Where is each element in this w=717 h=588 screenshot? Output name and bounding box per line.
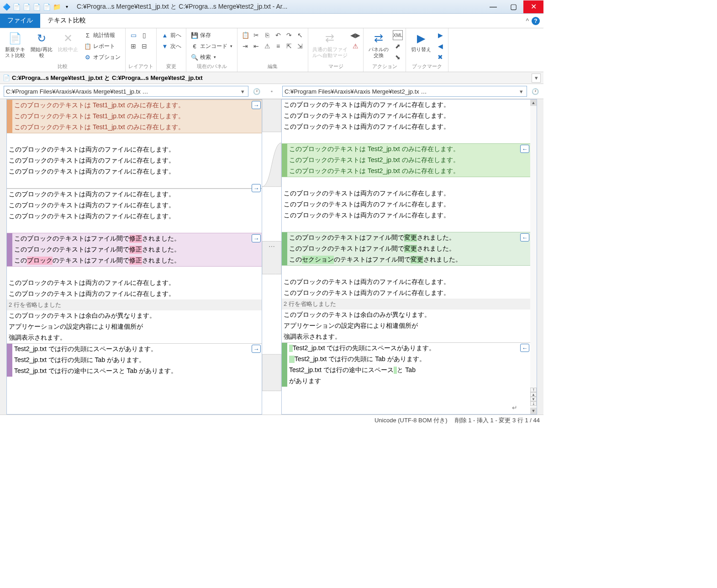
prev-change-button[interactable]: ▲前へ [159, 30, 183, 40]
merge-left-button[interactable]: ← [520, 145, 529, 153]
left-path-input[interactable]: C:¥Program Files¥Araxis¥Araxis Merge¥tes… [4, 86, 248, 97]
bm-prev-icon[interactable]: ◀ [435, 41, 445, 51]
minimize-button[interactable]: — [483, 0, 503, 13]
right-path-dropdown-icon[interactable]: ▾ [517, 88, 525, 95]
new-text-compare-button[interactable]: 📄 新規テキスト比較 [3, 29, 27, 58]
action2-icon[interactable]: ⬈ [393, 41, 403, 51]
outdent-icon[interactable]: ⇤ [251, 41, 261, 51]
right-path-input[interactable]: C:¥Program Files¥Araxis¥Araxis Merge¥tes… [282, 86, 527, 97]
status-counts: 削除 1 - 挿入 1 - 変更 3 行 1 / 44 [455, 416, 540, 425]
merge-left-button[interactable]: ← [520, 344, 529, 352]
collapse-ribbon-icon[interactable]: ^ [526, 17, 529, 25]
help-icon[interactable]: ? [532, 17, 540, 25]
common-line: このブロックのテキストは両方のファイルに存在します。 [7, 166, 262, 177]
scroll-down-icon[interactable]: ▼ [530, 408, 537, 414]
common-line: 強調表示されます。 [282, 331, 530, 342]
nav-top-icon[interactable]: ⤒ [530, 388, 537, 392]
qa-dropdown-icon[interactable]: ▾ [62, 2, 71, 11]
left-path-dropdown-icon[interactable]: ▾ [239, 88, 246, 95]
merge-left-icon[interactable]: ◀▶ [350, 30, 360, 40]
common-line: このブロックのテキストは両方のファイルに存在します。 [282, 110, 530, 121]
indent-icon[interactable]: ⇥ [240, 41, 250, 51]
merge-right-button[interactable]: → [252, 101, 261, 109]
qa-new4-icon[interactable]: 📄 [42, 2, 51, 11]
doc-icon: 📄 [3, 74, 10, 81]
stop-compare-button: ✕ 比較中止 [56, 29, 80, 52]
path-separator-icon: • [265, 88, 279, 95]
list-icon[interactable]: ≡ [273, 41, 283, 51]
restart-compare-button[interactable]: ↻ 開始/再比較 [29, 29, 54, 58]
report-button[interactable]: 📋レポート [82, 41, 122, 51]
layout-3-icon[interactable]: ⊞ [128, 41, 138, 51]
stats-button[interactable]: Σ統計情報 [82, 30, 122, 40]
group-layout: ▭▯ ⊞⊟ レイアウト [126, 28, 157, 72]
merge-left-button[interactable]: ← [520, 233, 529, 242]
swap-panels-button[interactable]: ⇄ パネルの交換 [366, 29, 391, 58]
left-overview-strip[interactable] [0, 99, 6, 415]
qa-new-icon[interactable]: 📄 [12, 2, 21, 11]
layout-4-icon[interactable]: ⊟ [139, 41, 149, 51]
copy-icon[interactable]: ⎘ [262, 30, 272, 40]
left-history-icon[interactable]: 🕐 [252, 87, 261, 96]
layout-h-icon[interactable]: ▭ [128, 30, 138, 40]
common-line: このブロックのテキストは両方のファイルに存在します。 [7, 278, 262, 289]
right-scrollbar[interactable]: ▲ ▼ [530, 100, 537, 414]
fold-line[interactable]: 2 行を省略しました [282, 299, 530, 310]
common-line: このブロックのテキストは両方のファイルに存在します。 [7, 200, 262, 211]
undo-icon[interactable]: ↶ [273, 30, 283, 40]
common-line: このブロックのテキストは両方のファイルに存在します。 [282, 277, 530, 288]
tab-file[interactable]: ファイル [0, 14, 40, 28]
diff-line: このブロックのテキストは Test1_jp.txt のみに存在します。 [7, 122, 262, 133]
search-button[interactable]: 🔍検索▾ [189, 52, 234, 62]
paste-icon[interactable]: 📋 [240, 30, 250, 40]
xml-icon[interactable]: XML [393, 30, 403, 40]
app-icon: 🔷 [2, 2, 11, 11]
cut-icon[interactable]: ✂ [251, 30, 261, 40]
blank-line [7, 177, 262, 188]
right-lines[interactable]: このブロックのテキストは両方のファイルに存在します。 このブロックのテキストは両… [282, 100, 530, 414]
compare-area: → このブロックのテキストは Test1_jp.txt のみに存在します。 この… [0, 99, 543, 415]
left-lines[interactable]: → このブロックのテキストは Test1_jp.txt のみに存在します。 この… [7, 100, 262, 414]
next-change-button[interactable]: ▼次へ [159, 41, 183, 51]
document-tab[interactable]: 📄 C:¥Progra...s Merge¥test1_jp.txt と C:¥… [3, 74, 203, 82]
maximize-button[interactable]: ▢ [503, 0, 523, 13]
qa-new2-icon[interactable]: 📄 [22, 2, 31, 11]
right-history-icon[interactable]: 🕐 [531, 87, 540, 96]
close-button[interactable]: ✕ [523, 0, 543, 13]
diff-line: Test2_jp.txt では行の先頭にスペースがあります。 [7, 344, 262, 355]
bm-clear-icon[interactable]: ✖ [435, 52, 445, 62]
bm-next-icon[interactable]: ▶ [435, 30, 445, 40]
warn-icon[interactable]: ⚠ [262, 41, 272, 51]
merge-right-icon[interactable]: ⚠ [350, 41, 360, 51]
layout-v-icon[interactable]: ▯ [139, 30, 149, 40]
merge-right-button[interactable]: → [252, 345, 261, 353]
qa-folder-icon[interactable]: 📁 [52, 2, 61, 11]
common-line: このブロックのテキストは余白のみが異なります。 [282, 310, 530, 320]
common-line: このブロックのテキストは両方のファイルに存在します。 [7, 144, 262, 155]
encoding-button[interactable]: €エンコード▾ [189, 41, 234, 51]
options-button[interactable]: ⚙オプション [82, 52, 122, 62]
right-changed-block: ← このブロックのテキストはファイル間で変更されました。 このブロックのテキスト… [282, 232, 530, 266]
tab-text-compare[interactable]: テキスト比較 [40, 14, 93, 28]
indent2-icon[interactable]: ⇲ [295, 41, 305, 51]
redo-icon[interactable]: ↷ [284, 30, 294, 40]
save-button[interactable]: 💾保存 [189, 30, 234, 40]
bookmark-toggle-button[interactable]: ▶ 切り替え [409, 29, 433, 52]
path-row: C:¥Program Files¥Araxis¥Araxis Merge¥tes… [0, 84, 543, 99]
doctab-dropdown[interactable]: ▾ [532, 74, 541, 83]
pointer-icon[interactable]: ↖ [295, 30, 305, 40]
merge-right-button[interactable]: → [252, 234, 261, 242]
nav-down-icon[interactable]: ▼ [530, 397, 537, 401]
diff-line: Test2_jp.txt では行の先頭に Tab があります。 [282, 354, 530, 365]
qa-new3-icon[interactable]: 📄 [32, 2, 41, 11]
action3-icon[interactable]: ⬊ [393, 52, 403, 62]
dedent-icon[interactable]: ⇱ [284, 41, 294, 51]
right-overview-strip[interactable] [537, 99, 543, 415]
nav-bottom-icon[interactable]: ⤓ [530, 401, 537, 406]
fold-line[interactable]: 2 行を省略しました [7, 299, 262, 310]
merge-right-button[interactable]: → [252, 184, 261, 192]
wrap-icon: ↵ [512, 404, 517, 411]
nav-up-icon[interactable]: ▲ [530, 392, 537, 397]
quick-access: 🔷 📄 📄 📄 📄 📁 ▾ [0, 2, 73, 11]
scroll-up-icon[interactable]: ▲ [530, 100, 537, 106]
